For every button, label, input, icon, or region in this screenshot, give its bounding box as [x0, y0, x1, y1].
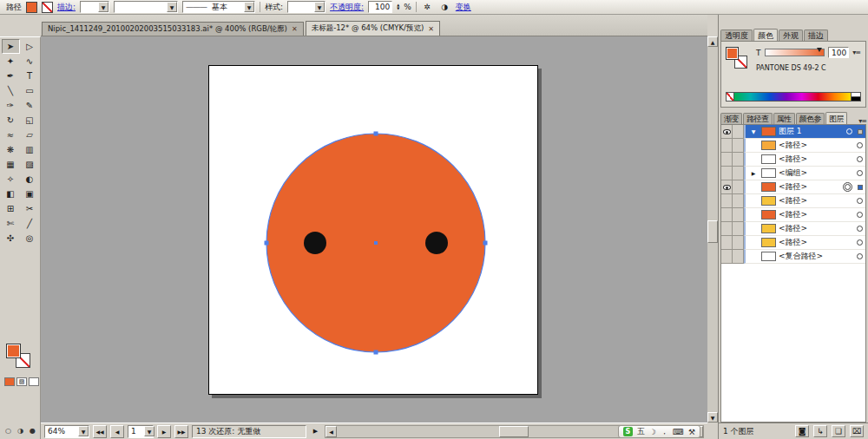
- lock-toggle[interactable]: [733, 180, 744, 194]
- zoom-level-select[interactable]: 64% ▼: [44, 425, 89, 438]
- scroll-left-icon[interactable]: ◀: [326, 426, 337, 437]
- layer-name[interactable]: <复合路径>: [779, 251, 823, 262]
- layer-row[interactable]: <路径>: [721, 194, 865, 208]
- layer-row[interactable]: ▶ <编组>: [721, 167, 865, 180]
- visibility-toggle[interactable]: [721, 180, 733, 194]
- layer-row[interactable]: <路径>: [721, 208, 865, 222]
- tab-appearance[interactable]: 外观: [779, 29, 803, 42]
- visibility-toggle[interactable]: [721, 139, 733, 153]
- style-dropdown[interactable]: ▼: [287, 1, 326, 13]
- tab-gradient[interactable]: 渐变: [720, 113, 742, 125]
- lock-toggle[interactable]: [733, 153, 744, 167]
- new-sublayer-button[interactable]: ↳: [813, 425, 827, 437]
- tab-transparency[interactable]: 透明度: [720, 29, 753, 42]
- tint-slider[interactable]: [765, 49, 825, 56]
- dropdown-arrow-icon[interactable]: ▼: [314, 2, 325, 12]
- zoom-tool[interactable]: ◎: [21, 231, 39, 246]
- blend-tool[interactable]: ◐: [21, 172, 39, 187]
- screen-mode-full-button[interactable]: ●: [28, 426, 37, 436]
- expander-icon[interactable]: ▶: [748, 170, 759, 176]
- lock-toggle[interactable]: [733, 208, 744, 222]
- lock-toggle[interactable]: [733, 222, 744, 236]
- rotate-tool[interactable]: ↻: [2, 113, 20, 128]
- next-page-button[interactable]: ▶: [157, 425, 171, 438]
- lock-toggle[interactable]: [733, 236, 744, 250]
- dropdown-arrow-icon[interactable]: ▼: [98, 2, 108, 12]
- expander-icon[interactable]: ▼: [748, 128, 759, 134]
- dropdown-arrow-icon[interactable]: ▼: [167, 2, 177, 12]
- color-mode-button[interactable]: [4, 377, 15, 386]
- graphic-style-dropdown[interactable]: ———基本▼: [182, 1, 255, 13]
- left-eye-path[interactable]: [304, 232, 326, 254]
- scroll-down-icon[interactable]: ▼: [707, 412, 718, 423]
- panel-menu-icon[interactable]: ▾≡: [852, 49, 860, 56]
- opacity-label[interactable]: 不透明度:: [330, 2, 364, 13]
- new-layer-button[interactable]: ❏: [832, 425, 845, 437]
- layer-name[interactable]: <路径>: [779, 237, 807, 248]
- right-eye-path[interactable]: [425, 232, 448, 254]
- type-tool[interactable]: T: [21, 69, 39, 83]
- target-icon-selected[interactable]: [845, 184, 851, 190]
- ime-keyboard-icon[interactable]: ⌨: [673, 428, 684, 436]
- gradient-mode-button[interactable]: ▨: [16, 377, 27, 386]
- target-icon[interactable]: [857, 198, 863, 204]
- ime-mode-button[interactable]: 五: [637, 426, 645, 437]
- layer-row[interactable]: <路径>: [721, 222, 865, 236]
- canvas-area[interactable]: [41, 36, 707, 423]
- lasso-tool[interactable]: ∿: [21, 54, 39, 69]
- tint-value-input[interactable]: 100: [828, 47, 849, 58]
- layer-row[interactable]: <路径>: [721, 236, 865, 250]
- fill-proxy-swatch[interactable]: [6, 344, 21, 358]
- visibility-toggle[interactable]: [721, 250, 733, 264]
- clipping-mask-button[interactable]: ◙: [795, 425, 809, 437]
- lock-toggle[interactable]: [733, 194, 744, 208]
- tab-color-guide[interactable]: 颜色参: [796, 113, 825, 125]
- target-icon[interactable]: [846, 128, 852, 134]
- target-icon[interactable]: [857, 253, 863, 259]
- document-tab-2[interactable]: 未标题-12* @ 64% (CMYK/预览) ✕: [306, 21, 440, 36]
- center-point[interactable]: [374, 241, 378, 245]
- visibility-toggle[interactable]: [721, 167, 733, 180]
- target-icon[interactable]: [857, 239, 863, 246]
- target-icon[interactable]: [857, 226, 863, 232]
- target-icon[interactable]: [857, 170, 863, 176]
- layer-name[interactable]: <路径>: [779, 154, 807, 165]
- target-icon[interactable]: [857, 212, 863, 218]
- hand-tool[interactable]: ✣: [2, 231, 20, 246]
- knife-tool[interactable]: ╱: [21, 216, 39, 231]
- close-icon[interactable]: ✕: [292, 25, 298, 33]
- lock-toggle[interactable]: [733, 167, 744, 180]
- rectangle-tool[interactable]: ▭: [21, 83, 39, 98]
- target-icon[interactable]: [857, 142, 863, 148]
- visibility-toggle[interactable]: [721, 194, 733, 208]
- anchor-point-bottom[interactable]: [374, 351, 378, 355]
- vertical-scroll-thumb[interactable]: [707, 220, 718, 243]
- stroke-label[interactable]: 描边:: [57, 2, 76, 13]
- ime-logo-icon[interactable]: S: [623, 427, 633, 436]
- eyedropper-tool[interactable]: ✧: [2, 172, 20, 187]
- previous-page-button[interactable]: ◀: [110, 425, 124, 438]
- status-menu-icon[interactable]: ▶: [310, 425, 321, 438]
- dropdown-arrow-icon[interactable]: ▼: [144, 426, 155, 436]
- tab-color[interactable]: 颜色: [753, 29, 778, 42]
- opacity-spinner[interactable]: ▲▼: [397, 3, 399, 10]
- visibility-toggle[interactable]: [721, 222, 733, 236]
- visibility-toggle[interactable]: [721, 153, 733, 167]
- delete-layer-button[interactable]: ⌧: [850, 425, 864, 437]
- target-icon[interactable]: [857, 156, 863, 162]
- horizontal-scroll-thumb[interactable]: [499, 426, 529, 437]
- pen-tool[interactable]: ✒: [2, 69, 20, 83]
- layer-name[interactable]: <编组>: [779, 167, 807, 179]
- tab-stroke[interactable]: 描边: [804, 29, 828, 42]
- anchor-point-top[interactable]: [374, 132, 378, 136]
- lock-toggle[interactable]: [733, 125, 744, 139]
- ime-settings-icon[interactable]: ⚒: [688, 428, 695, 436]
- scissors-tool[interactable]: ✄: [2, 216, 20, 231]
- close-icon[interactable]: ✕: [428, 25, 434, 33]
- lock-toggle[interactable]: [733, 139, 744, 153]
- screen-mode-normal-button[interactable]: ○: [3, 426, 13, 436]
- none-swatch[interactable]: [726, 92, 734, 102]
- anchor-point-right[interactable]: [483, 241, 488, 246]
- crop-area-tool[interactable]: ⊞: [2, 201, 20, 216]
- lock-toggle[interactable]: [733, 250, 744, 264]
